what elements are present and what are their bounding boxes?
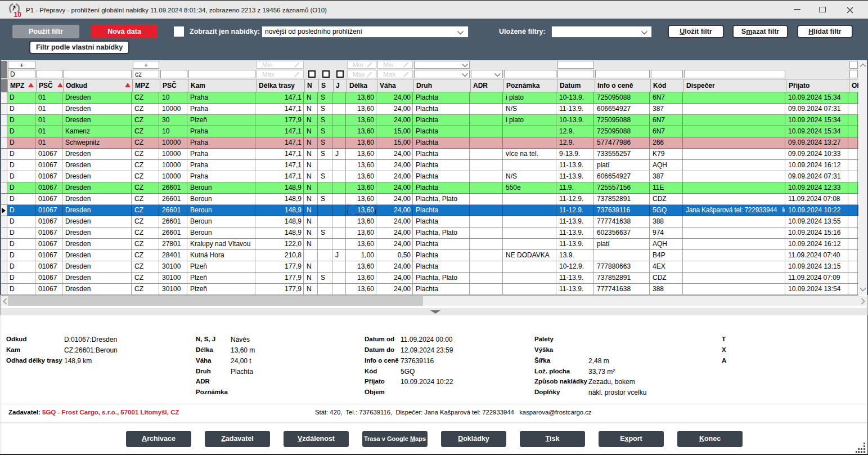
svg-text:10: 10 — [14, 11, 22, 17]
